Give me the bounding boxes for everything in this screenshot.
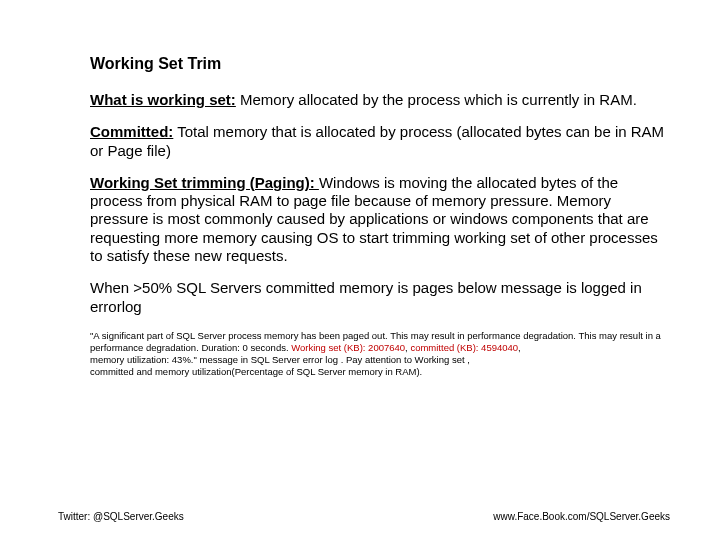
definition-committed: Committed: Total memory that is allocate… (90, 123, 670, 160)
slide-footer: Twitter: @SQLServer.Geeks www.Face.Book.… (58, 511, 670, 522)
error-ws-red: Working set (KB): 2007640 (291, 342, 405, 353)
footer-twitter: Twitter: @SQLServer.Geeks (58, 511, 184, 522)
label-trimming: Working Set trimming (Paging): (90, 174, 319, 191)
threshold-note: When >50% SQL Servers committed memory i… (90, 279, 670, 316)
text-committed: Total memory that is allocated by proces… (90, 123, 664, 158)
slide: Working Set Trim What is working set: Me… (0, 0, 720, 540)
error-line-3: committed and memory utilization(Percent… (90, 366, 422, 377)
definition-working-set: What is working set: Memory allocated by… (90, 91, 670, 109)
slide-title: Working Set Trim (90, 55, 670, 73)
error-line-2: memory utilization: 43%." message in SQL… (90, 354, 470, 365)
error-after-committed: , (518, 342, 521, 353)
label-committed: Committed: (90, 123, 173, 140)
error-committed-red: committed (KB): 4594040 (410, 342, 518, 353)
text-working-set: Memory allocated by the process which is… (236, 91, 637, 108)
label-working-set: What is working set: (90, 91, 236, 108)
footer-facebook: www.Face.Book.com/SQLServer.Geeks (493, 511, 670, 522)
definition-trimming: Working Set trimming (Paging): Windows i… (90, 174, 670, 265)
error-message-block: "A significant part of SQL Server proces… (90, 330, 670, 378)
